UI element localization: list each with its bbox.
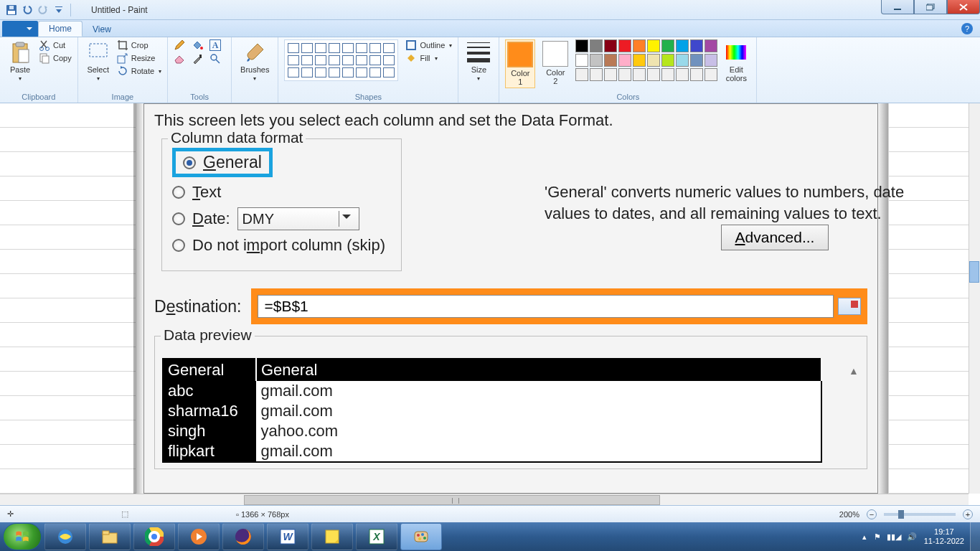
crop-button[interactable]: Crop (117, 39, 161, 51)
text-icon[interactable]: A (209, 39, 221, 51)
date-format-select[interactable]: DMY (237, 207, 359, 230)
radio-text[interactable] (172, 186, 185, 199)
shape-outline-button[interactable]: Outline▾ (405, 39, 452, 51)
radio-skip[interactable] (172, 239, 185, 252)
show-desktop-button[interactable] (970, 522, 980, 551)
group-label-image: Image (84, 93, 161, 101)
task-explorer[interactable] (89, 523, 131, 550)
cut-button[interactable]: Cut (39, 39, 72, 51)
preview-scrollbar[interactable]: ▲ (847, 365, 861, 464)
svg-rect-1 (8, 11, 15, 14)
dialog-intro: This screen lets you select each column … (154, 111, 867, 130)
radio-date[interactable] (172, 212, 185, 225)
color2-label: Color 2 (546, 68, 565, 85)
copy-button[interactable]: Copy (39, 52, 72, 64)
ribbon: Paste ▾ Cut Copy Clipboard Select ▾ Crop… (0, 37, 980, 103)
chevron-down-icon[interactable] (339, 211, 354, 227)
task-word[interactable]: W (267, 523, 308, 550)
paste-label: Paste (10, 65, 30, 74)
quick-access-toolbar (0, 4, 65, 16)
svg-point-16 (200, 47, 203, 50)
tab-home[interactable]: Home (38, 21, 83, 37)
task-media-player[interactable] (178, 523, 220, 550)
minimize-button[interactable] (881, 0, 914, 14)
size-button[interactable]: Size ▾ (464, 39, 493, 83)
preview-header-0: General (163, 359, 256, 381)
help-icon[interactable]: ? (961, 23, 973, 34)
svg-rect-14 (90, 44, 107, 57)
close-button[interactable] (947, 0, 980, 14)
zoom-out-button[interactable]: − (867, 509, 877, 519)
window-controls (881, 0, 980, 14)
rotate-button[interactable]: Rotate▾ (117, 65, 161, 77)
range-select-icon[interactable] (838, 298, 861, 315)
undo-icon[interactable] (22, 4, 33, 16)
shapes-gallery[interactable] (284, 39, 398, 81)
task-sticky-notes[interactable] (311, 523, 353, 550)
ribbon-tabs: Home View ? (0, 20, 980, 37)
save-icon[interactable] (6, 4, 17, 16)
color1-button[interactable]: Color 1 (505, 39, 535, 88)
tray-time: 19:17 (924, 527, 964, 537)
resize-button[interactable]: Resize (117, 52, 161, 64)
eraser-icon[interactable] (174, 53, 185, 65)
redo-icon[interactable] (37, 4, 49, 16)
task-excel[interactable]: X (356, 523, 397, 550)
tab-view[interactable]: View (83, 22, 121, 37)
svg-rect-13 (42, 56, 49, 63)
horizontal-scrollbar[interactable] (0, 494, 969, 505)
cursor-position-icon: ✛ (7, 509, 14, 519)
task-firefox[interactable] (222, 523, 264, 550)
data-preview-group: Data preview GeneralGeneral abcgmail.com… (154, 336, 867, 469)
color-picker-icon[interactable] (192, 53, 203, 65)
radio-text-label: Text (192, 183, 221, 202)
task-paint[interactable] (400, 523, 442, 550)
svg-rect-4 (894, 9, 901, 10)
action-center-icon[interactable]: ⚑ (874, 532, 881, 542)
clock[interactable]: 19:17 11-12-2022 (924, 527, 964, 546)
brushes-button[interactable]: Brushes ▾ (237, 39, 272, 83)
dialog-shadow-right (877, 103, 888, 504)
shape-fill-button[interactable]: Fill▾ (405, 52, 452, 64)
canvas-dimensions: ▫ 980 × 551px (236, 510, 289, 519)
magnifier-icon[interactable] (209, 53, 221, 65)
color-palette[interactable] (575, 39, 717, 81)
svg-point-41 (418, 537, 421, 540)
paste-button[interactable]: Paste ▾ (6, 39, 34, 83)
qat-dropdown-icon[interactable] (53, 4, 65, 16)
start-button[interactable] (3, 523, 42, 550)
spreadsheet-right (888, 103, 969, 505)
format-description: 'General' converts numeric values to num… (545, 182, 953, 224)
tray-expand-icon[interactable]: ▴ (862, 532, 867, 542)
canvas-area[interactable]: This screen lets you select each column … (0, 103, 980, 505)
preview-cell: gmail.com (256, 381, 821, 401)
advanced-button[interactable]: Advanced... (721, 225, 829, 250)
task-chrome[interactable] (133, 523, 175, 550)
zoom-slider[interactable] (884, 513, 956, 516)
restore-button[interactable] (914, 0, 947, 14)
date-format-value: DMY (242, 211, 274, 227)
edit-colors-button[interactable]: Edit colors (722, 39, 750, 84)
data-preview-table[interactable]: GeneralGeneral abcgmail.com sharma16gmai… (162, 358, 822, 463)
pencil-icon[interactable] (174, 39, 185, 51)
volume-icon[interactable]: 🔊 (907, 532, 917, 542)
radio-general[interactable] (183, 156, 196, 169)
title-bar: Untitled - Paint (0, 0, 980, 20)
zoom-in-button[interactable]: + (963, 509, 973, 519)
destination-input[interactable] (258, 295, 834, 318)
task-ie[interactable] (44, 523, 86, 550)
cut-label: Cut (53, 41, 65, 50)
svg-point-40 (423, 537, 426, 540)
fill-bucket-icon[interactable] (192, 39, 203, 51)
select-button[interactable]: Select ▾ (84, 39, 113, 83)
svg-rect-8 (16, 42, 24, 47)
preview-cell: gmail.com (256, 441, 821, 462)
wizard-dialog: This screen lets you select each column … (143, 103, 878, 494)
window-title: Untitled - Paint (91, 5, 148, 15)
file-menu-button[interactable] (2, 21, 38, 37)
vertical-scrollbar[interactable] (969, 103, 980, 494)
network-icon[interactable]: ▮▮◢ (887, 532, 901, 542)
group-label-colors: Colors (505, 93, 750, 101)
group-label-size-spacer (464, 93, 493, 101)
color2-button[interactable]: Color 2 (540, 39, 571, 87)
